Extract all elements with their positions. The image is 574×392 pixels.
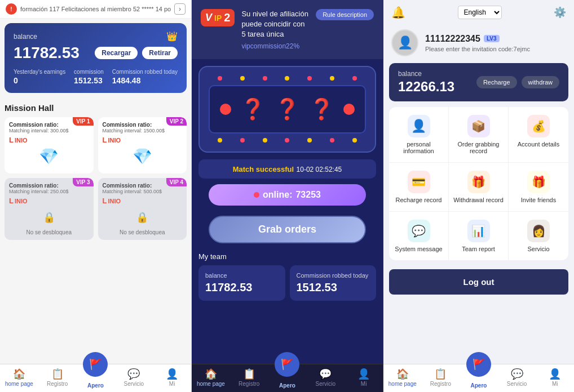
p2-nav-apero-center[interactable]: 🚩 Apero bbox=[268, 364, 307, 392]
language-select[interactable]: English Español bbox=[458, 6, 502, 19]
team-report-icon: 📊 bbox=[467, 220, 490, 242]
menu-item-recharge-record[interactable]: 💳 Recharge record bbox=[389, 163, 449, 212]
nav-home[interactable]: 🏠 home page bbox=[0, 364, 38, 392]
gear-icon[interactable]: ⚙️ bbox=[554, 6, 566, 19]
locked-text-1: No se desbloquea bbox=[9, 229, 89, 235]
menu-item-order-grabbing[interactable]: 📦 Order grabbing record bbox=[449, 107, 509, 163]
slot-lights-top bbox=[209, 76, 366, 81]
commission-label: commission bbox=[74, 69, 104, 75]
logout-button[interactable]: Log out bbox=[389, 269, 568, 295]
p3-nav-home[interactable]: 🏠 home page bbox=[383, 364, 422, 392]
p2-nav-registro[interactable]: 📋 Registro bbox=[230, 364, 268, 392]
online-count-display: online: 73253 bbox=[209, 184, 366, 206]
p3-nav-home-label: home page bbox=[388, 381, 417, 387]
p3-withdraw-button[interactable]: withdraw bbox=[522, 76, 559, 88]
team-commission-value: 1512.53 bbox=[297, 281, 370, 294]
bell-icon[interactable]: 🔔 bbox=[391, 6, 405, 19]
mission-card-2[interactable]: VIP 2 Commission ratio: Matching interva… bbox=[98, 117, 187, 173]
slot-light-4 bbox=[285, 76, 289, 81]
recharge-button[interactable]: Recargar bbox=[95, 47, 138, 59]
menu-item-personal-info[interactable]: 👤 personal information bbox=[389, 107, 449, 163]
mission-card-3[interactable]: VIP 3 Commission ratio: Matching interva… bbox=[5, 178, 94, 240]
menu-label-recharge-record: Recharge record bbox=[396, 197, 442, 203]
invite-friends-icon: 🎁 bbox=[527, 171, 550, 193]
slot-light-b7 bbox=[352, 138, 357, 142]
yesterdays-value: 0 bbox=[14, 76, 65, 85]
slot-machine: ❓ ❓ ❓ bbox=[198, 66, 376, 153]
apero-center-button[interactable]: 🚩 bbox=[83, 352, 108, 377]
menu-item-team-report[interactable]: 📊 Team report bbox=[449, 212, 509, 260]
menu-item-account-details[interactable]: 💰 Account details bbox=[509, 107, 568, 163]
p3-nav-servicio-label: Servicio bbox=[507, 381, 527, 387]
system-message-icon: 💬 bbox=[408, 220, 430, 242]
p3-nav-registro[interactable]: 📋 Registro bbox=[422, 364, 460, 392]
slot-right-button[interactable] bbox=[343, 104, 355, 115]
p3-nav-apero-label: Apero bbox=[471, 382, 487, 389]
nav-mi[interactable]: 👤 Mi bbox=[153, 364, 191, 392]
ticker-text: formación 117 Felicitaciones al miembro … bbox=[20, 6, 171, 12]
p3-nav-mi[interactable]: 👤 Mi bbox=[536, 364, 574, 392]
rule-description-button[interactable]: Rule description bbox=[316, 9, 374, 20]
p2-mi-icon: 👤 bbox=[357, 368, 370, 380]
p3-apero-center-button[interactable]: 🚩 bbox=[466, 352, 491, 377]
mission-interval-3: Matching interval: 250.00$ bbox=[9, 189, 89, 194]
slot-reel-2: ❓ bbox=[275, 97, 300, 121]
p2-nav-mi[interactable]: 👤 Mi bbox=[345, 364, 383, 392]
mission-logo-2: LINIO bbox=[103, 136, 183, 144]
grab-orders-button[interactable]: Grab orders bbox=[209, 216, 366, 243]
ticker-arrow[interactable]: › bbox=[174, 3, 186, 15]
invite-code-text: Please enter the invitation code:7ejmc bbox=[425, 46, 566, 52]
slot-light-2 bbox=[240, 76, 245, 81]
nav-registro[interactable]: 📋 Registro bbox=[38, 364, 77, 392]
my-team-section: My team balance 11782.53 Commission robb… bbox=[192, 248, 383, 303]
p3-nav-servicio[interactable]: 💬 Servicio bbox=[498, 364, 536, 392]
vip-description: Su nivel de afiliación puede coincidir c… bbox=[241, 9, 309, 40]
mission-lock-1: 🔒 bbox=[9, 207, 89, 227]
p2-nav-servicio[interactable]: 💬 Servicio bbox=[306, 364, 345, 392]
slot-left-button[interactable] bbox=[220, 104, 231, 115]
commission-value: 1512.53 bbox=[74, 76, 104, 85]
p3-recharge-button[interactable]: Recharge bbox=[476, 76, 517, 88]
team-commission-card: Commission robbed today 1512.53 bbox=[290, 265, 377, 301]
vip1-badge: VIP 1 bbox=[73, 117, 93, 126]
p3-nav-apero-center[interactable]: 🚩 Apero bbox=[460, 364, 498, 392]
nav-home-label: home page bbox=[5, 381, 33, 387]
crown-icon: 👑 bbox=[166, 31, 178, 42]
panel-grab-orders: V IP 2 Su nivel de afiliación puede coin… bbox=[192, 0, 383, 392]
menu-label-servicio: Servicio bbox=[527, 246, 549, 252]
level-badge: LV3 bbox=[484, 35, 500, 42]
p2-home-icon: 🏠 bbox=[205, 368, 217, 380]
panel-profile: 🔔 English Español ⚙️ 👤 11112222345 LV3 P… bbox=[383, 0, 574, 392]
team-balance-value: 11782.53 bbox=[205, 281, 279, 294]
online-count: 73253 bbox=[295, 190, 321, 200]
avatar: 👤 bbox=[391, 29, 418, 56]
menu-item-invite-friends[interactable]: 🎁 Invite friends bbox=[509, 163, 568, 212]
ticker-icon: ! bbox=[6, 3, 17, 15]
mission-card-4[interactable]: VIP 4 Commission ratio: Matching interva… bbox=[98, 178, 187, 240]
menu-label-personal-info: personal information bbox=[394, 141, 444, 154]
vip2-badge: VIP 2 bbox=[166, 117, 187, 126]
mission-card-1[interactable]: VIP 1 Commission ratio: Matching interva… bbox=[5, 117, 94, 173]
account-details-icon: 💰 bbox=[527, 115, 550, 137]
p2-nav-home[interactable]: 🏠 home page bbox=[192, 364, 230, 392]
p3-balance-card: balance 12266.13 Recharge withdraw bbox=[389, 63, 568, 101]
mi-icon: 👤 bbox=[166, 368, 178, 380]
menu-item-servicio[interactable]: 👩 Servicio bbox=[509, 212, 568, 260]
servicio-menu-icon: 👩 bbox=[527, 220, 550, 242]
mission-hall: Mission Hall VIP 1 Commission ratio: Mat… bbox=[0, 97, 191, 242]
p3-mi-icon: 👤 bbox=[549, 368, 561, 380]
nav-servicio[interactable]: 💬 Servicio bbox=[114, 364, 153, 392]
p3-nav-mi-label: Mi bbox=[552, 381, 558, 387]
nav-apero-center[interactable]: 🚩 Apero bbox=[77, 364, 115, 392]
slot-reels: ❓ ❓ ❓ bbox=[209, 85, 366, 133]
team-cards: balance 11782.53 Commission robbed today… bbox=[198, 265, 376, 301]
nav-servicio-label: Servicio bbox=[124, 381, 144, 387]
personal-info-icon: 👤 bbox=[408, 115, 430, 137]
robbed-label: Commission robbed today bbox=[112, 69, 178, 75]
menu-item-withdrawal-record[interactable]: 🎁 Withdrawal record bbox=[449, 163, 509, 212]
p3-balance-label: balance bbox=[398, 70, 454, 78]
withdraw-button[interactable]: Retirar bbox=[142, 47, 178, 59]
p2-apero-center-button[interactable]: 🚩 bbox=[275, 352, 299, 377]
vip4-badge: VIP 4 bbox=[166, 178, 187, 186]
menu-item-system-message[interactable]: 💬 System message bbox=[389, 212, 449, 260]
